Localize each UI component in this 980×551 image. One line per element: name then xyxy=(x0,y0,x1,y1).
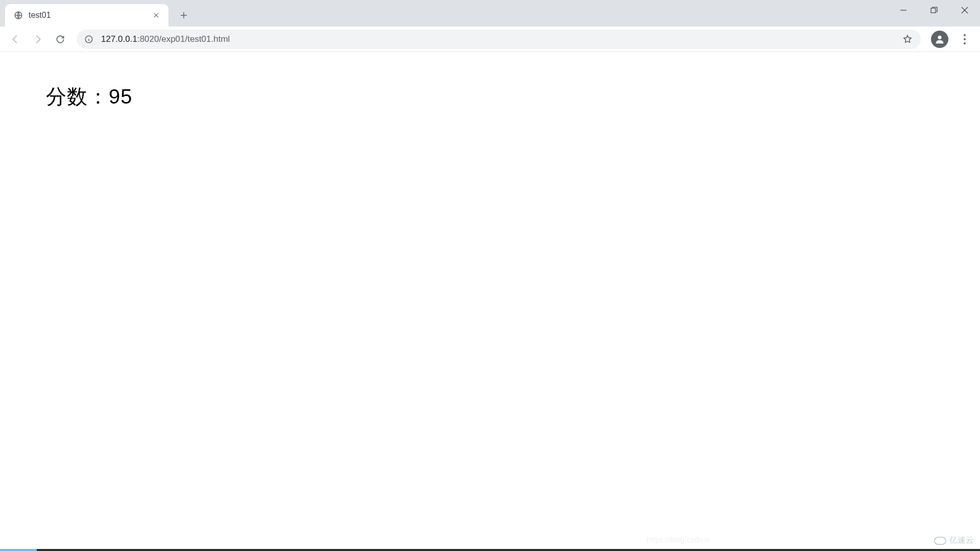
back-button[interactable] xyxy=(5,29,26,49)
watermark-url: https://blog.csdn.n xyxy=(647,536,709,544)
kebab-icon xyxy=(956,34,973,44)
page-viewport: 分数：95 xyxy=(0,52,980,141)
forward-button[interactable] xyxy=(28,29,48,49)
maximize-button[interactable] xyxy=(919,0,949,20)
svg-point-3 xyxy=(938,35,941,39)
score-text: 分数：95 xyxy=(46,83,934,111)
bookmark-star-icon[interactable] xyxy=(901,33,914,45)
tab-strip: test01 xyxy=(0,0,980,27)
globe-icon xyxy=(13,10,23,20)
score-value: 95 xyxy=(109,85,133,108)
watermark-label: 亿速云 xyxy=(949,535,974,546)
address-bar[interactable]: 127.0.0.1:8020/exp01/test01.html xyxy=(77,30,921,49)
menu-button[interactable] xyxy=(954,29,975,49)
window-controls xyxy=(888,0,980,20)
browser-toolbar: 127.0.0.1:8020/exp01/test01.html xyxy=(0,27,980,52)
minimize-button[interactable] xyxy=(888,0,919,20)
new-tab-button[interactable] xyxy=(175,6,193,24)
cloud-icon xyxy=(934,537,946,545)
tab-title: test01 xyxy=(29,11,51,20)
svg-rect-1 xyxy=(931,8,936,13)
close-icon[interactable] xyxy=(151,10,161,20)
close-window-button[interactable] xyxy=(949,0,980,20)
profile-avatar[interactable] xyxy=(931,31,948,48)
watermark-brand: 亿速云 xyxy=(934,535,974,546)
site-info-icon[interactable] xyxy=(84,34,94,44)
url-text: 127.0.0.1:8020/exp01/test01.html xyxy=(101,34,901,44)
reload-button[interactable] xyxy=(50,29,70,49)
url-host: 127.0.0.1 xyxy=(101,34,137,44)
browser-tab[interactable]: test01 xyxy=(5,4,168,27)
taskbar-sliver xyxy=(0,549,980,551)
url-path: :8020/exp01/test01.html xyxy=(137,34,230,44)
score-label: 分数： xyxy=(46,85,109,108)
